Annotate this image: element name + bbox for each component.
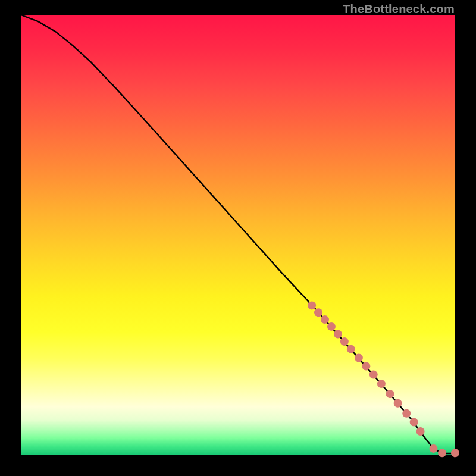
- chart-frame: TheBottleneck.com: [0, 0, 476, 476]
- highlight-point: [416, 427, 425, 436]
- plot-area: [21, 15, 455, 455]
- highlight-point: [321, 315, 329, 324]
- highlight-point: [340, 337, 349, 346]
- main-curve-line: [21, 15, 455, 453]
- highlight-point: [314, 308, 322, 317]
- highlight-point: [334, 330, 342, 339]
- highlight-point: [355, 353, 363, 362]
- highlight-point: [410, 418, 418, 427]
- highlight-point: [327, 322, 336, 331]
- watermark-text: TheBottleneck.com: [343, 2, 455, 16]
- highlight-point: [394, 399, 402, 408]
- highlight-point: [347, 345, 355, 353]
- highlight-point: [451, 449, 459, 457]
- highlight-point: [430, 444, 438, 453]
- highlight-point: [308, 301, 316, 309]
- highlight-point: [438, 449, 446, 457]
- highlight-point: [377, 380, 386, 388]
- chart-svg: [21, 15, 455, 455]
- highlight-point: [362, 362, 370, 371]
- highlight-point: [369, 371, 378, 379]
- highlight-points-group: [308, 301, 459, 457]
- highlight-point: [402, 409, 411, 418]
- highlight-point: [386, 390, 394, 398]
